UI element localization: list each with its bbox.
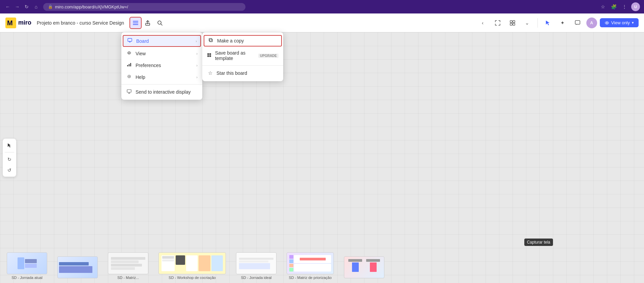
thumb-label-6: SD - Matriz de priorização (289, 276, 331, 280)
thumb-content-3 (108, 253, 148, 274)
menu-item-board[interactable]: Board › (123, 35, 201, 47)
svg-rect-16 (128, 38, 132, 41)
svg-rect-31 (209, 53, 211, 55)
make-copy-label: Make a copy (217, 38, 244, 43)
forward-button[interactable]: → (13, 3, 21, 10)
view-item-left: View (126, 51, 146, 56)
svg-rect-22 (130, 63, 131, 66)
svg-rect-10 (510, 23, 512, 25)
save-template-item[interactable]: Save board as template UPGRADE (202, 47, 283, 64)
help-icon (126, 74, 132, 80)
preferences-chevron: › (196, 63, 198, 67)
star-menu-icon: ☆ (207, 70, 213, 76)
grid-icon (510, 20, 515, 26)
thumb-item-1[interactable]: SD - Jornada atual (7, 252, 47, 280)
submenu-divider (202, 65, 283, 66)
svg-line-7 (161, 24, 162, 25)
svg-rect-4 (133, 24, 138, 25)
thumb-item-2[interactable] (57, 256, 98, 280)
thumb-content-1 (7, 253, 47, 274)
browser-bar: ← → ↻ ⌂ 🔒 miro.com/app/board/uXjVMGKptUw… (0, 0, 644, 13)
grid-button[interactable] (506, 17, 519, 29)
eye-menu-icon (127, 51, 131, 55)
thumb-item-3[interactable]: SD - Matriz... (108, 252, 148, 280)
thumb-preview-6 (287, 252, 334, 274)
address-bar[interactable]: 🔒 miro.com/app/board/uXjVMGKptUw=/ (43, 3, 245, 11)
board-title: Projeto em branco - curso Service Design (37, 20, 124, 26)
thumb-content-7 (344, 257, 384, 278)
send-item-left: Send to interactive display (126, 89, 191, 95)
upgrade-badge: UPGRADE (258, 54, 279, 58)
view-only-button[interactable]: View only ▾ (600, 18, 639, 27)
star-board-item[interactable]: ☆ Star this board (202, 67, 283, 79)
thumb-preview-5 (236, 252, 276, 274)
thumb-item-4[interactable]: SD - Workshop de cocriação (158, 252, 226, 280)
svg-rect-32 (207, 55, 209, 57)
svg-point-19 (128, 52, 130, 54)
send-label: Send to interactive display (136, 89, 191, 95)
thumb-item-7[interactable] (344, 256, 384, 280)
share-icon (145, 20, 150, 26)
pointer-tool[interactable] (542, 17, 554, 29)
menu-item-help[interactable]: Help › (121, 71, 202, 83)
browser-right-icons: ☆ 🧩 ⋮ U (599, 2, 640, 11)
browser-avatar[interactable]: U (631, 2, 640, 11)
collapse-button[interactable]: ‹ (477, 17, 489, 29)
thumb-content-2 (58, 257, 97, 278)
extension-icon[interactable]: 🧩 (610, 3, 618, 11)
thumb-item-6[interactable]: SD - Matriz de priorização (287, 252, 334, 280)
home-button[interactable]: ⌂ (32, 3, 40, 10)
miro-wordmark: miro (18, 19, 31, 26)
back-button[interactable]: ← (4, 3, 11, 10)
thumb-preview-2 (57, 256, 98, 278)
eye-icon (605, 21, 609, 25)
menu-divider (121, 84, 202, 85)
magic-tool[interactable]: ✦ (557, 17, 569, 29)
search-button[interactable] (154, 17, 166, 29)
search-icon (157, 20, 163, 26)
settings-icon[interactable]: ⋮ (620, 3, 628, 11)
share-button[interactable] (142, 17, 154, 29)
miro-logo-icon: M (5, 18, 16, 28)
display-icon (127, 89, 131, 94)
comment-icon (575, 20, 580, 26)
user-avatar[interactable]: A (586, 18, 597, 28)
cursor-tool[interactable] (5, 141, 14, 150)
svg-marker-12 (546, 21, 550, 25)
svg-rect-8 (510, 21, 512, 23)
board-label: Board (136, 38, 149, 44)
thumb-preview-3 (108, 252, 148, 274)
comment-tool[interactable] (572, 17, 584, 29)
thumb-preview-7 (344, 256, 384, 278)
monitor-icon (127, 38, 132, 43)
view-icon (126, 51, 132, 56)
svg-marker-15 (8, 144, 11, 148)
more-button[interactable]: ⌄ (521, 17, 533, 29)
svg-rect-30 (207, 53, 209, 55)
thumb-item-5[interactable]: SD - Jornada ideal (236, 252, 276, 280)
view-chevron: › (196, 52, 198, 56)
svg-rect-20 (127, 65, 128, 66)
star-icon[interactable]: ☆ (599, 3, 607, 11)
canvas-area[interactable]: ↻ ↺ Board › (0, 32, 644, 283)
view-only-label: View only (611, 20, 630, 25)
template-icon-svg (207, 53, 211, 57)
make-copy-item[interactable]: Make a copy (204, 35, 282, 46)
copy-icon (208, 38, 214, 43)
preferences-item-left: Preferences (126, 62, 161, 68)
redo-button[interactable]: ↺ (5, 165, 14, 175)
menu-item-send[interactable]: Send to interactive display (121, 86, 202, 98)
fit-screen-button[interactable] (492, 17, 504, 29)
svg-point-24 (129, 76, 130, 77)
url-text: miro.com/app/board/uXjVMGKptUw=/ (55, 4, 128, 9)
capturar-tooltip: Capturar tela (524, 239, 553, 246)
refresh-button[interactable]: ↻ (23, 3, 30, 10)
menu-item-preferences[interactable]: Preferences › (121, 59, 202, 71)
undo-button[interactable]: ↻ (5, 155, 14, 164)
preferences-icon (126, 62, 132, 68)
svg-rect-28 (210, 39, 212, 42)
main-dropdown: Board › View › (121, 32, 202, 100)
menu-button[interactable] (129, 17, 142, 29)
menu-item-view[interactable]: View › (121, 48, 202, 59)
thumb-content-4 (159, 253, 226, 274)
